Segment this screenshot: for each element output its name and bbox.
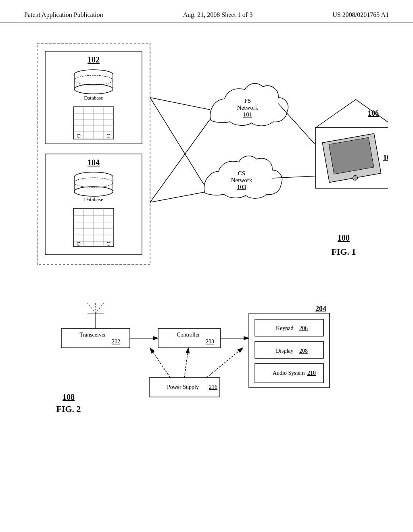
svg-text:Power Supply: Power Supply — [167, 384, 199, 390]
svg-line-57 — [278, 104, 315, 144]
svg-point-26 — [74, 187, 113, 196]
svg-line-63 — [96, 303, 104, 313]
svg-text:203: 203 — [206, 339, 214, 345]
svg-text:Network: Network — [231, 177, 252, 183]
svg-point-19 — [107, 134, 110, 137]
svg-text:106: 106 — [368, 109, 379, 117]
svg-text:FIG. 2: FIG. 2 — [56, 404, 81, 414]
svg-text:206: 206 — [299, 325, 308, 331]
header-right: US 2008/0201765 A1 — [332, 11, 389, 19]
main-content: 102 Database 104 — [0, 23, 413, 426]
svg-text:101: 101 — [243, 111, 252, 118]
svg-text:Database: Database — [84, 95, 103, 101]
svg-text:Controller: Controller — [177, 332, 200, 338]
svg-text:Keypad: Keypad — [276, 325, 294, 331]
svg-text:Network: Network — [237, 104, 259, 111]
svg-text:Display: Display — [276, 348, 294, 354]
svg-line-89 — [184, 348, 188, 378]
fig1-svg: 102 Database 104 — [25, 35, 388, 293]
svg-text:100: 100 — [338, 233, 350, 242]
svg-text:Audio System: Audio System — [273, 370, 305, 376]
svg-text:204: 204 — [315, 305, 326, 313]
svg-line-48 — [150, 120, 210, 202]
svg-point-38 — [77, 242, 80, 245]
svg-text:210: 210 — [307, 370, 316, 376]
svg-text:Database: Database — [84, 196, 103, 202]
svg-text:PS: PS — [244, 98, 251, 104]
svg-line-90 — [206, 348, 243, 378]
header-center: Aug. 21, 2008 Sheet 1 of 3 — [183, 11, 252, 19]
svg-text:FIG. 1: FIG. 1 — [331, 247, 356, 257]
svg-text:104: 104 — [88, 158, 100, 167]
svg-line-88 — [150, 348, 170, 378]
svg-text:Transceiver: Transceiver — [79, 332, 106, 338]
svg-point-39 — [107, 242, 110, 245]
svg-line-49 — [150, 192, 204, 202]
svg-text:108: 108 — [63, 393, 75, 401]
svg-point-18 — [77, 134, 80, 137]
header-left: Patent Application Publication — [24, 11, 103, 19]
svg-text:102: 102 — [88, 55, 100, 64]
svg-line-47 — [150, 98, 204, 184]
page-header: Patent Application Publication Aug. 21, … — [0, 0, 413, 23]
svg-line-61 — [88, 303, 96, 313]
svg-text:202: 202 — [112, 339, 120, 345]
svg-point-7 — [74, 84, 113, 94]
svg-text:103: 103 — [237, 184, 246, 190]
svg-text:108: 108 — [383, 154, 388, 162]
svg-line-46 — [150, 98, 210, 110]
fig2-svg: Transceiver 202 Controller 203 204 Keypa… — [25, 301, 388, 422]
svg-text:CS: CS — [238, 170, 245, 177]
fig1-diagram: 102 Database 104 — [25, 35, 388, 293]
svg-text:216: 216 — [209, 384, 217, 390]
svg-text:208: 208 — [299, 348, 308, 354]
fig2-diagram: Transceiver 202 Controller 203 204 Keypa… — [25, 301, 388, 414]
